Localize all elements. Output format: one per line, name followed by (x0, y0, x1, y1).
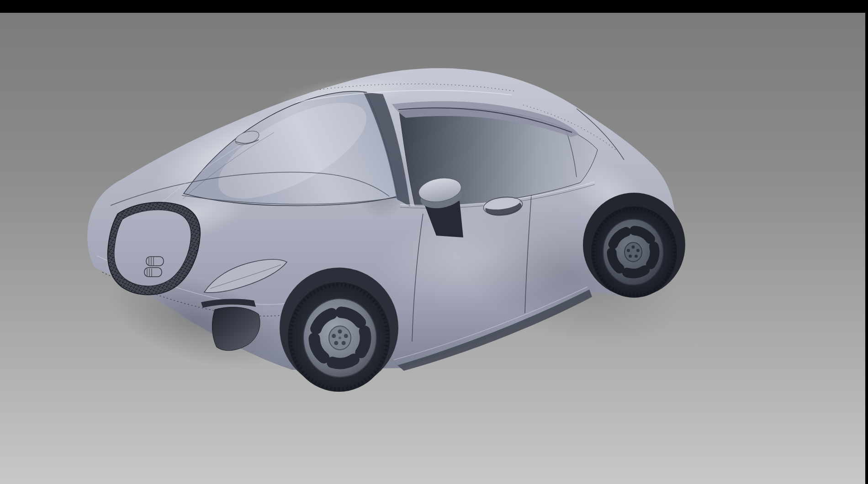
lug-bolt (332, 334, 336, 338)
front-hub-center (339, 337, 341, 339)
wheel-spoke-cutout-rear (627, 270, 645, 274)
wheel-spoke-cutout (333, 359, 354, 363)
wheel-spoke-cutout (361, 331, 365, 353)
front-wheel (280, 268, 398, 392)
lug-bolt (629, 254, 632, 258)
lug-bolt (632, 246, 635, 249)
wheel-spoke-cutout-rear (651, 247, 655, 264)
lug-bolt (338, 330, 342, 334)
letterbox-right-bar (865, 0, 868, 484)
lug-bolt (636, 249, 640, 252)
car-model-render (0, 0, 868, 484)
rear-hub (625, 242, 642, 262)
cad-application-window (0, 0, 868, 484)
lug-bolt (344, 334, 348, 338)
lug-bolt (334, 341, 338, 345)
lug-bolt (635, 254, 638, 258)
lug-bolt (627, 249, 630, 252)
lug-bolt (342, 341, 346, 345)
letterbox-top-bar (0, 0, 868, 13)
